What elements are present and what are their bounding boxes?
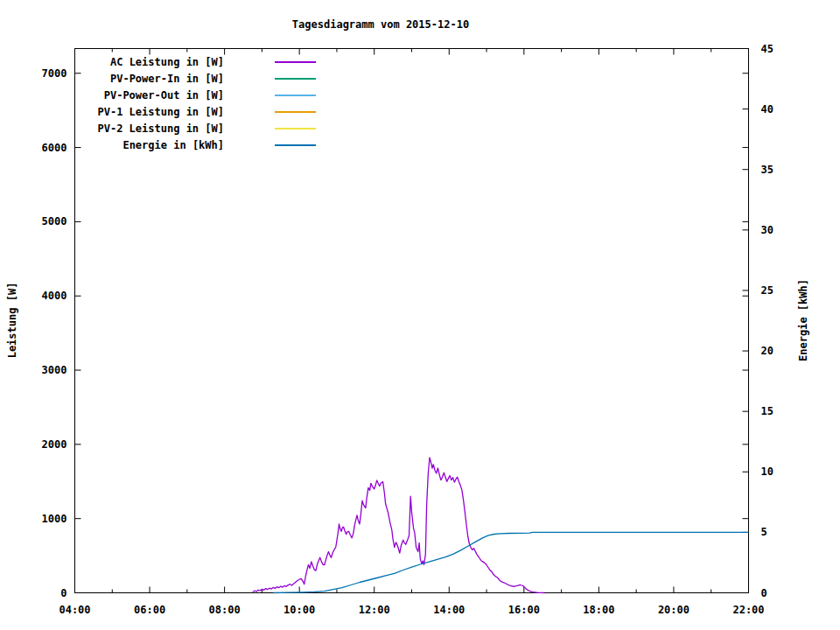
y2-tick-label: 25 [761, 284, 774, 297]
series-line-ac-leistung-in-w [253, 458, 545, 593]
y-tick-label: 4000 [42, 290, 67, 302]
y-tick-label: 0 [60, 587, 66, 599]
legend-item-energie-in-kwh: Energie in [kWh] [122, 139, 316, 151]
y2-axis-label: Energie [kWh] [797, 279, 809, 361]
legend-item-pv-2-leistung-in-w: PV-2 Leistung in [W] [98, 122, 317, 135]
legend-group: AC Leistung in [W]PV-Power-In in [W]PV-P… [98, 56, 317, 151]
y-axis-label: Leistung [W] [6, 283, 18, 359]
y2-tick-label: 30 [761, 224, 774, 236]
legend-label: PV-2 Leistung in [W] [98, 122, 225, 135]
legend-label: AC Leistung in [W] [110, 56, 224, 68]
y2-tick-label: 10 [761, 466, 774, 478]
y2-tick-label: 35 [761, 164, 774, 176]
legend-item-pv-power-in-in-w: PV-Power-In in [W] [110, 73, 316, 85]
series-line-energie-in-kwh [273, 532, 748, 592]
legend-label: PV-1 Leistung in [W] [98, 106, 225, 118]
legend-item-ac-leistung-in-w: AC Leistung in [W] [110, 56, 316, 68]
x-tick-label: 06:00 [134, 604, 165, 616]
y-tick-label: 1000 [42, 513, 67, 525]
legend-item-pv-power-out-in-w: PV-Power-Out in [W] [104, 89, 316, 102]
y2-tick-label: 15 [761, 405, 774, 417]
x-tick-label: 04:00 [59, 604, 90, 616]
y-tick-label: 2000 [42, 438, 67, 451]
y2-tick-label: 40 [761, 103, 774, 116]
y2-tick-label: 45 [761, 43, 774, 55]
x-tick-label: 14:00 [433, 604, 465, 616]
y-tick-label: 6000 [42, 142, 67, 154]
x-tick-label: 16:00 [508, 604, 540, 616]
legend-label: Energie in [kWh] [122, 139, 224, 151]
x-tick-label: 20:00 [658, 604, 690, 616]
plot-svg: Tagesdiagramm vom 2015-12-10 Leistung [W… [0, 0, 840, 630]
x-tick-label: 12:00 [359, 604, 390, 616]
chart-title: Tagesdiagramm vom 2015-12-10 [292, 18, 469, 31]
legend-item-pv-1-leistung-in-w: PV-1 Leistung in [W] [98, 106, 317, 118]
x-tick-label: 10:00 [284, 604, 315, 616]
y-tick-label: 3000 [42, 364, 67, 376]
x-tick-label: 22:00 [732, 604, 764, 616]
series-group [253, 458, 749, 593]
y2-tick-label: 20 [761, 345, 774, 357]
tagesdiagramm-chart: Tagesdiagramm vom 2015-12-10 Leistung [W… [0, 0, 840, 630]
legend-label: PV-Power-Out in [W] [104, 89, 224, 102]
y-tick-label: 5000 [42, 215, 67, 228]
y2-tick-label: 0 [761, 587, 767, 599]
x-tick-label: 08:00 [209, 604, 241, 616]
y-tick-label: 7000 [42, 67, 67, 80]
y2-tick-label: 5 [761, 526, 767, 538]
legend-label: PV-Power-In in [W] [110, 73, 224, 85]
x-tick-label: 18:00 [583, 604, 614, 616]
